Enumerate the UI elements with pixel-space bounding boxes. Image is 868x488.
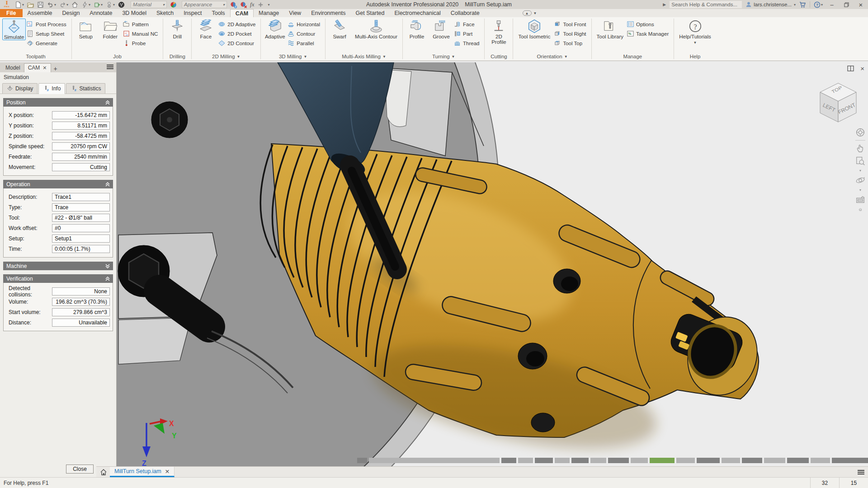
tab-environments[interactable]: Environments: [306, 9, 350, 17]
add-to-qat-icon[interactable]: [257, 1, 264, 8]
timeline-segment[interactable]: [608, 458, 629, 463]
panel-tab-close-icon[interactable]: ✕: [42, 65, 47, 71]
nav-expand-icon[interactable]: ▾: [859, 188, 861, 192]
close-button[interactable]: Close: [66, 465, 94, 474]
look-at-icon[interactable]: [855, 195, 865, 205]
group-label-multi-axis[interactable]: Multi-Axis Milling▼: [326, 53, 402, 61]
groove-button[interactable]: Groove: [429, 19, 453, 39]
group-label-job[interactable]: Job: [72, 53, 163, 61]
2d-profile-button[interactable]: 2D Profile: [487, 19, 510, 45]
component-icon[interactable]: ▾: [94, 1, 103, 8]
group-label-turning[interactable]: Turning▼: [403, 53, 484, 61]
close-window-button[interactable]: ×: [855, 0, 866, 9]
timeline-segment[interactable]: [787, 458, 809, 463]
adaptive-button[interactable]: Adaptive: [263, 19, 287, 39]
home-icon[interactable]: [71, 1, 78, 8]
group-label-drilling[interactable]: Drilling: [163, 53, 191, 61]
inventor-logo-icon[interactable]: IPRO: [2, 1, 12, 9]
material-dropdown[interactable]: Material▾: [131, 1, 167, 8]
timeline-segment[interactable]: [742, 458, 762, 463]
setup-sheet-button[interactable]: Setup Sheet: [27, 30, 69, 38]
timeline-segment[interactable]: [357, 458, 367, 463]
tab-view[interactable]: View: [284, 9, 306, 17]
quick-command-icon[interactable]: ▾: [81, 1, 90, 8]
timeline-segment[interactable]: [676, 458, 695, 463]
timeline-segment[interactable]: [518, 458, 533, 463]
tab-electromechanical[interactable]: Electromechanical: [390, 9, 446, 17]
open-file-icon[interactable]: [27, 1, 34, 8]
timeline-bar[interactable]: [357, 458, 868, 463]
help-menu-icon[interactable]: ?▾: [814, 1, 823, 8]
setup-button[interactable]: Setup: [74, 19, 98, 39]
viewcube[interactable]: TOP LEFT FRONT: [815, 79, 862, 129]
group-label-2d-milling[interactable]: 2D Milling▼: [192, 53, 260, 61]
verification-section-header[interactable]: Verification: [3, 274, 113, 283]
machine-section-header[interactable]: Machine: [3, 262, 113, 270]
tab-3d-model[interactable]: 3D Model: [117, 9, 151, 17]
thread-button[interactable]: Thread: [454, 39, 482, 47]
turn-face-button[interactable]: Face: [454, 20, 482, 28]
options-button[interactable]: Options: [627, 20, 671, 28]
timeline-segment[interactable]: [764, 458, 785, 463]
cart-icon[interactable]: [799, 1, 806, 8]
contour-button[interactable]: Contour: [288, 30, 323, 38]
parameters-fx-button[interactable]: fx: [250, 1, 254, 8]
adjust-appearance-icon[interactable]: [230, 1, 237, 8]
joint-icon[interactable]: ▾: [106, 1, 115, 8]
close-document-icon[interactable]: ×: [860, 66, 864, 71]
tool-library-button[interactable]: Tool Library: [594, 19, 626, 39]
3d-scene[interactable]: X Y Z: [117, 62, 868, 466]
tab-tools[interactable]: Tools: [207, 9, 230, 17]
post-process-button[interactable]: G1G2Post Process: [27, 20, 69, 28]
simulate-button[interactable]: Simulate: [2, 19, 26, 40]
timeline-segment[interactable]: [590, 458, 606, 463]
group-label-orientation[interactable]: Orientation▼: [513, 53, 591, 61]
group-label-3d-milling[interactable]: 3D Milling▼: [261, 53, 325, 61]
tool-top-button[interactable]: Tool Top: [554, 39, 589, 47]
group-label-manage[interactable]: Manage: [592, 53, 674, 61]
operation-section-header[interactable]: Operation: [3, 180, 113, 188]
document-tab-close-icon[interactable]: ✕: [165, 468, 170, 475]
tab-cam[interactable]: CAM: [230, 9, 254, 17]
timeline-segment[interactable]: [832, 458, 868, 463]
minimize-button[interactable]: –: [826, 0, 837, 9]
timeline-segment[interactable]: [697, 458, 720, 463]
viewport[interactable]: X Y Z × TOP LEFT FRONT ▾ ▾ ⊖: [117, 62, 868, 466]
restore-button[interactable]: [841, 0, 852, 9]
timeline-segment[interactable]: [811, 458, 830, 463]
timeline-segment[interactable]: [650, 458, 675, 463]
probe-button[interactable]: Probe: [123, 39, 161, 47]
search-input[interactable]: Search Help & Commands...: [670, 1, 742, 8]
qat-customize-icon[interactable]: ▾: [268, 3, 269, 7]
parallel-button[interactable]: Parallel: [288, 39, 323, 47]
manual-nc-button[interactable]: G1G2Manual NC: [123, 30, 161, 38]
timeline-segment[interactable]: [722, 458, 740, 463]
timeline-segment[interactable]: [555, 458, 570, 463]
tab-inspect[interactable]: Inspect: [179, 9, 207, 17]
panel-tab-cam[interactable]: CAM✕: [24, 63, 51, 72]
search-expand-icon[interactable]: ▶: [663, 2, 666, 7]
timeline-segment[interactable]: [535, 458, 553, 463]
tab-design[interactable]: Design: [57, 9, 85, 17]
pattern-button[interactable]: Pattern: [123, 20, 161, 28]
tab-info[interactable]: # Info: [38, 83, 65, 94]
horizontal-button[interactable]: Horizontal: [288, 20, 323, 28]
group-label-cutting[interactable]: Cutting: [485, 53, 513, 61]
navigation-wheel-icon[interactable]: [855, 127, 865, 137]
timeline-segment[interactable]: [369, 458, 500, 463]
panel-menu-icon[interactable]: [107, 64, 113, 70]
tab-collaborate[interactable]: Collaborate: [446, 9, 485, 17]
tab-statistics[interactable]: # Statistics: [66, 83, 105, 94]
generate-button[interactable]: Generate: [27, 39, 69, 47]
tab-manage[interactable]: Manage: [254, 9, 284, 17]
help-tutorials-button[interactable]: ? Help/Tutorials ▼: [676, 19, 714, 46]
group-label-help[interactable]: Help: [674, 53, 716, 61]
face-button[interactable]: Face: [194, 19, 217, 39]
turn-profile-button[interactable]: Profile: [405, 19, 429, 39]
timeline-segment[interactable]: [571, 458, 589, 463]
tab-assemble[interactable]: Assemble: [23, 9, 57, 17]
user-menu[interactable]: lars.christense...▾: [745, 1, 796, 8]
tab-annotate[interactable]: Annotate: [85, 9, 117, 17]
tab-file[interactable]: File: [0, 9, 23, 17]
tab-get-started[interactable]: Get Started: [351, 9, 390, 17]
